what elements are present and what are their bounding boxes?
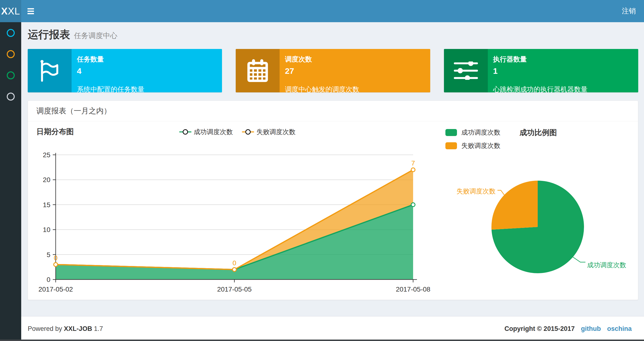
info-box-label: 调度次数 xyxy=(285,55,423,64)
legend-item-fail[interactable]: 失败调度次数 xyxy=(446,141,500,150)
info-box-content: 执行器数量 1 心跳检测成功的执行器机器数量 xyxy=(488,49,638,92)
circle-o-icon xyxy=(7,29,15,37)
panel-title: 调度报表（一月之内） xyxy=(28,101,638,121)
line-series-marker-icon xyxy=(242,129,254,135)
sliders-icon xyxy=(444,49,488,92)
sidebar xyxy=(0,22,21,341)
svg-text:0: 0 xyxy=(54,254,58,262)
logo-light-text: XL xyxy=(8,6,20,17)
github-link[interactable]: github xyxy=(581,325,601,332)
info-box-triggers: 调度次数 27 调度中心触发的调度次数 xyxy=(236,49,430,92)
info-box-description: 调度中心触发的调度次数 xyxy=(285,85,423,94)
info-box-label: 任务数量 xyxy=(77,55,215,64)
svg-text:2017-05-02: 2017-05-02 xyxy=(38,285,73,293)
app-logo[interactable]: XXL xyxy=(0,0,21,22)
circle-o-icon xyxy=(7,93,15,101)
circle-o-icon xyxy=(7,50,15,58)
footer: Powered by XXL-JOB 1.7 Copyright © 2015-… xyxy=(21,316,644,341)
copyright-text: Copyright © 2015-2017 xyxy=(504,325,575,332)
svg-text:0: 0 xyxy=(232,259,236,267)
svg-text:5: 5 xyxy=(46,251,50,258)
info-box-jobs: 任务数量 4 系统中配置的任务数量 xyxy=(28,49,222,92)
page-title: 运行报表 xyxy=(28,28,70,42)
oschina-link[interactable]: oschina xyxy=(607,325,632,332)
line-chart-legend: 成功调度次数 失败调度次数 xyxy=(179,128,296,136)
line-area-and-pie-chart-canvas: 05101520252017-05-022017-05-052017-05-08… xyxy=(28,121,638,300)
svg-text:0: 0 xyxy=(46,276,50,283)
page-header: 运行报表 任务调度中心 xyxy=(21,22,644,42)
info-box-description: 心跳检测成功的执行器机器数量 xyxy=(493,85,632,94)
circle-o-icon xyxy=(7,71,15,79)
info-box-label: 执行器数量 xyxy=(493,55,632,64)
pie-chart-title: 成功比例图 xyxy=(520,128,557,138)
legend-swatch-icon xyxy=(446,129,457,136)
sidebar-toggle-icon[interactable] xyxy=(28,0,34,22)
info-box-content: 调度次数 27 调度中心触发的调度次数 xyxy=(280,49,430,92)
sidebar-item-jobs[interactable] xyxy=(0,44,21,65)
pie-chart-legend: 成功调度次数 失败调度次数 xyxy=(446,128,500,155)
svg-text:25: 25 xyxy=(43,151,50,159)
calendar-icon xyxy=(236,49,280,92)
legend-item-fail[interactable]: 失败调度次数 xyxy=(242,128,296,136)
info-box-value: 4 xyxy=(77,66,215,76)
line-chart-title: 日期分布图 xyxy=(36,127,74,137)
page-subtitle: 任务调度中心 xyxy=(74,31,118,41)
legend-item-success[interactable]: 成功调度次数 xyxy=(179,128,233,136)
info-box-row: 任务数量 4 系统中配置的任务数量 xyxy=(28,49,638,92)
content-area: 运行报表 任务调度中心 任务数量 4 系统中配置的任务数量 xyxy=(21,22,644,300)
info-box-content: 任务数量 4 系统中配置的任务数量 xyxy=(72,49,222,92)
svg-text:15: 15 xyxy=(43,201,50,209)
panel-body: 05101520252017-05-022017-05-052017-05-08… xyxy=(28,121,638,300)
svg-text:20: 20 xyxy=(43,176,50,184)
svg-text:10: 10 xyxy=(43,226,50,233)
footer-right: Copyright © 2015-2017 github oschina xyxy=(504,325,632,332)
legend-item-success[interactable]: 成功调度次数 xyxy=(446,128,500,137)
window-bottom-edge xyxy=(0,339,644,341)
pie-slice-label-success: 成功调度次数 xyxy=(587,261,626,269)
svg-text:2017-05-05: 2017-05-05 xyxy=(217,285,252,293)
schedule-report-panel: 调度报表（一月之内） 05101520252017-05-022017-05-0… xyxy=(28,101,638,300)
info-box-value: 27 xyxy=(285,66,423,76)
flag-icon xyxy=(28,49,72,92)
info-box-executors: 执行器数量 1 心跳检测成功的执行器机器数量 xyxy=(444,49,638,92)
pie-slice-label-fail: 失败调度次数 xyxy=(452,187,496,196)
logout-button[interactable]: 注销 xyxy=(622,0,636,22)
legend-swatch-icon xyxy=(446,142,457,149)
info-box-value: 1 xyxy=(493,66,632,76)
svg-text:2017-05-08: 2017-05-08 xyxy=(396,285,430,293)
top-navbar: XXL 注销 xyxy=(0,0,644,22)
svg-text:7: 7 xyxy=(411,159,415,167)
sidebar-item-help[interactable] xyxy=(0,86,21,107)
powered-by-text: Powered by XXL-JOB 1.7 xyxy=(28,325,103,332)
line-series-marker-icon xyxy=(179,129,191,135)
sidebar-item-log[interactable] xyxy=(0,65,21,86)
sidebar-item-report[interactable] xyxy=(0,22,21,44)
logo-bold-text: X xyxy=(1,6,8,17)
info-box-description: 系统中配置的任务数量 xyxy=(77,85,215,94)
